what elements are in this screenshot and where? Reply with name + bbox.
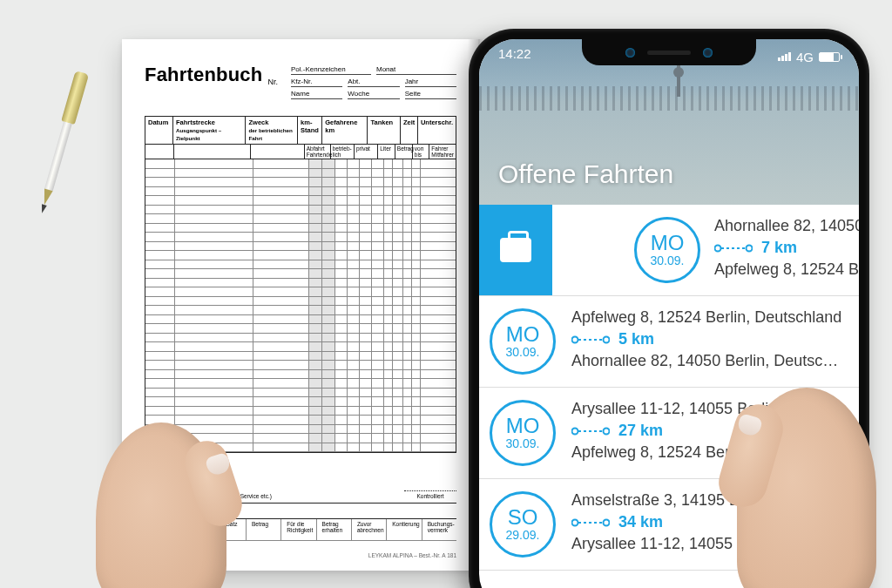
- battery-icon: [819, 52, 840, 62]
- col-gef-sub1: betrieb-lich: [331, 145, 355, 159]
- table-row: [145, 407, 456, 416]
- trip-date-circle: MO30.09.: [490, 400, 556, 466]
- skyline-decoration: [479, 86, 859, 111]
- table-row: [145, 397, 456, 407]
- table-row: [145, 334, 456, 343]
- screen-title: Offene Fahrten: [498, 159, 673, 189]
- trip-date-circle: MO30.09.: [490, 308, 556, 375]
- abr-col: Für die Richtigkeit: [285, 519, 316, 540]
- table-row: [145, 251, 456, 260]
- abr-col: Buchungs-vermerk: [426, 519, 456, 540]
- briefcase-icon: [500, 238, 531, 262]
- table-row: [145, 178, 456, 187]
- col-zeit-sub: von bis: [413, 145, 430, 159]
- meta-abt: Abt.: [348, 78, 399, 87]
- col-kmstand: km-Stand: [298, 117, 322, 144]
- kontrolliert-label: Kontrolliert: [404, 490, 456, 499]
- trip-date: 29.09.: [506, 528, 540, 542]
- table-row: [145, 315, 456, 325]
- table-row: [145, 342, 456, 352]
- logbook-title: Fahrtenbuch: [145, 64, 262, 86]
- logbook-meta: Pol.-KennzeichenMonat Kfz-Nr.Abt.Jahr Na…: [291, 65, 456, 102]
- col-gefahrene: Gefahrene km: [322, 117, 368, 144]
- table-row: [145, 279, 456, 288]
- col-tanken: Tanken: [368, 117, 400, 144]
- route-icon: [571, 426, 610, 436]
- trip-distance: 7 km: [761, 239, 797, 257]
- table-row: [145, 287, 456, 297]
- abr-col: Betrag: [250, 519, 281, 540]
- col-tank-sub1: Liter: [378, 145, 395, 159]
- col-datum: Datum: [145, 117, 173, 144]
- trip-distance: 5 km: [618, 330, 654, 348]
- phone-notch: [582, 39, 756, 65]
- trip-date-circle: MO30.09.: [634, 217, 700, 283]
- table-row: [145, 242, 456, 252]
- trip-date: 30.09.: [651, 253, 685, 267]
- trip-from: Apfelweg 8, 12524 Berlin, Deutschland: [571, 308, 845, 327]
- table-row: [145, 269, 456, 279]
- col-kmstand-sub: Abfahrt Fahrtende: [305, 145, 331, 159]
- trip-info: Apfelweg 8, 12524 Berlin, Deutschland5 k…: [566, 296, 859, 387]
- trip-type-badge: [479, 205, 552, 295]
- meta-name: Name: [291, 90, 342, 99]
- meta-pol: Pol.-Kennzeichen: [291, 65, 371, 75]
- col-unt-sub: Fahrer Mitfahrer: [429, 145, 456, 159]
- network-label: 4G: [796, 50, 814, 64]
- table-row: [145, 224, 456, 233]
- trip-day: MO: [651, 233, 685, 253]
- trip-item[interactable]: MO30.09.Apfelweg 8, 12524 Berlin, Deutsc…: [479, 296, 859, 388]
- signal-icon: [778, 52, 791, 61]
- table-row: [145, 370, 456, 380]
- table-row: [145, 169, 456, 179]
- meta-monat: Monat: [376, 65, 456, 75]
- trip-date-circle: SO29.09.: [490, 491, 556, 558]
- meta-jahr: Jahr: [405, 78, 456, 87]
- trip-to: Apfelweg 8, 12524 Berlin: [714, 260, 859, 279]
- table-row: [145, 159, 456, 169]
- trip-date: 30.09.: [506, 345, 540, 359]
- left-hand: [96, 422, 226, 588]
- right-hand: [737, 388, 876, 588]
- col-unterschr: Unterschr.: [418, 117, 456, 144]
- footer-right: LEYKAM ALPINA – Best.-Nr. A 181: [368, 552, 456, 558]
- table-row: [145, 389, 456, 398]
- table-row: [145, 206, 456, 215]
- abr-col: Kontierung: [390, 519, 422, 540]
- trip-day: MO: [506, 416, 540, 436]
- col-fahrtstrecke: FahrtstreckeAusgangspunkt – Zielpunkt: [173, 117, 247, 144]
- trip-info: Ahornallee 82, 14050 Berlin7 kmApfelweg …: [709, 205, 859, 295]
- trip-to: Ahornallee 82, 14050 Berlin, Deutschland: [571, 352, 845, 370]
- svg-point-9: [572, 519, 578, 525]
- svg-point-11: [604, 519, 610, 525]
- logbook-table: Datum FahrtstreckeAusgangspunkt – Zielpu…: [145, 116, 456, 453]
- abr-col: Betrag erhalten: [321, 519, 352, 540]
- nr-label: Nr.: [267, 78, 278, 86]
- speaker-icon: [647, 51, 691, 55]
- trip-distance: 34 km: [618, 513, 663, 531]
- route-icon: [571, 335, 610, 345]
- trip-item[interactable]: MO30.09.Ahornallee 82, 14050 Berlin7 kmA…: [479, 205, 859, 296]
- table-row: [145, 379, 456, 389]
- table-row: [145, 196, 456, 206]
- table-row: [145, 233, 456, 242]
- svg-point-5: [604, 336, 610, 342]
- table-row: [145, 260, 456, 270]
- table-row: [145, 214, 456, 224]
- col-zweck: Zweckder betrieblichen Fahrt: [246, 117, 298, 144]
- trip-day: SO: [508, 507, 538, 528]
- table-row: [145, 324, 456, 334]
- status-time: 14:22: [498, 46, 531, 67]
- col-tank-sub2: Betrag: [395, 145, 413, 159]
- table-row: [145, 187, 456, 197]
- abr-col: Zuvor abrechnen: [355, 519, 387, 540]
- trip-day: MO: [506, 324, 540, 345]
- table-row: [145, 297, 456, 307]
- pen: [34, 71, 90, 217]
- meta-seite: Seite: [405, 90, 456, 99]
- col-zeit: Zeit: [401, 117, 418, 144]
- col-gef-sub2: privat: [355, 145, 378, 159]
- svg-point-0: [715, 245, 721, 251]
- trip-from: Ahornallee 82, 14050 Berlin: [714, 217, 859, 235]
- svg-point-3: [572, 336, 578, 342]
